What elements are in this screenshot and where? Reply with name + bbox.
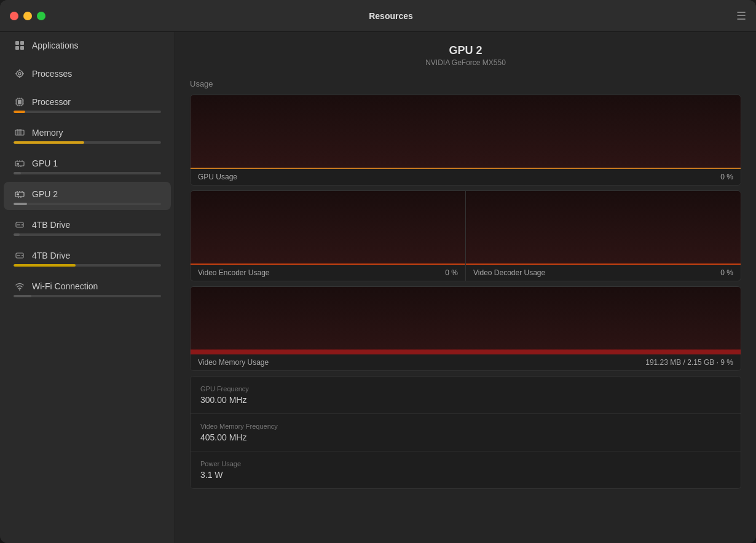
gpu-freq-row: GPU Frequency 300.00 MHz bbox=[191, 377, 741, 414]
svg-rect-1 bbox=[20, 41, 24, 45]
page-subtitle: NVIDIA GeForce MX550 bbox=[190, 58, 741, 67]
gpu2-label: GPU 2 bbox=[32, 189, 58, 199]
minimize-button[interactable] bbox=[23, 12, 32, 20]
processor-icon bbox=[14, 96, 26, 108]
wifi-icon bbox=[14, 280, 26, 292]
page-header: GPU 2 NVIDIA GeForce MX550 bbox=[190, 44, 741, 67]
wifi-progress-fill bbox=[14, 295, 31, 297]
sidebar-item-header: Wi-Fi Connection bbox=[14, 280, 161, 292]
grid-icon bbox=[14, 39, 26, 52]
video-encoder-value: 0 % bbox=[445, 268, 458, 277]
decoder-footer: Video Decoder Usage 0 % bbox=[465, 265, 741, 281]
video-encoder-label: Video Encoder Usage bbox=[198, 268, 270, 277]
encoder-decoder-footer: Video Encoder Usage 0 % Video Decoder Us… bbox=[191, 265, 741, 281]
sidebar: Applications bbox=[0, 32, 175, 543]
gpu-usage-chart bbox=[191, 95, 741, 169]
power-key: Power Usage bbox=[200, 460, 731, 467]
chart-bg bbox=[191, 191, 465, 265]
sidebar-item-header: Applications bbox=[14, 39, 161, 52]
processes-label: Processes bbox=[32, 69, 72, 79]
vmem-freq-row: Video Memory Frequency 405.00 MHz bbox=[191, 414, 741, 451]
processor-label: Processor bbox=[32, 97, 71, 107]
svg-rect-2 bbox=[15, 46, 19, 50]
gpu2-progress-fill bbox=[14, 203, 27, 205]
encoder-baseline bbox=[191, 264, 465, 265]
sidebar-item-wifi[interactable]: Wi-Fi Connection bbox=[4, 274, 171, 302]
sidebar-item-processes[interactable]: Processes bbox=[4, 61, 171, 87]
4tb2-label: 4TB Drive bbox=[32, 251, 70, 260]
gpu2-progress-bg bbox=[14, 203, 161, 205]
gpu-icon bbox=[14, 188, 26, 200]
vmem-label: Video Memory Usage bbox=[198, 358, 269, 367]
video-decoder-value: 0 % bbox=[720, 268, 733, 277]
decoder-baseline bbox=[466, 264, 741, 265]
processes-icon bbox=[14, 68, 26, 80]
stats-card: GPU Frequency 300.00 MHz Video Memory Fr… bbox=[190, 376, 741, 489]
titlebar: Resources ☰ bbox=[0, 0, 756, 32]
vmem-usage-chart bbox=[191, 287, 741, 354]
svg-rect-32 bbox=[17, 163, 19, 165]
video-decoder-chart bbox=[465, 191, 741, 265]
svg-point-4 bbox=[17, 71, 23, 77]
sidebar-item-gpu2[interactable]: GPU 2 bbox=[4, 182, 171, 210]
drive-icon bbox=[14, 219, 26, 231]
gpu-freq-value: 300.00 MHz bbox=[200, 395, 731, 405]
sidebar-item-header: 4TB Drive bbox=[14, 219, 161, 231]
processor-progress-fill bbox=[14, 111, 25, 113]
svg-point-46 bbox=[22, 224, 23, 225]
gpu1-progress-fill bbox=[14, 172, 21, 174]
applications-label: Applications bbox=[32, 41, 79, 50]
sidebar-item-4tb1[interactable]: 4TB Drive bbox=[4, 213, 171, 241]
sidebar-item-header: Memory bbox=[14, 127, 161, 139]
sidebar-item-4tb2[interactable]: 4TB Drive bbox=[4, 243, 171, 272]
usage-section-label: Usage bbox=[190, 79, 741, 88]
chart-bg bbox=[466, 191, 741, 265]
chart-bg bbox=[191, 95, 741, 169]
power-row: Power Usage 3.1 W bbox=[191, 451, 741, 488]
sidebar-item-header: Processor bbox=[14, 96, 161, 108]
sidebar-item-header: GPU 1 bbox=[14, 157, 161, 170]
sidebar-item-header: 4TB Drive bbox=[14, 249, 161, 262]
svg-rect-0 bbox=[15, 41, 19, 45]
4tb1-label: 4TB Drive bbox=[32, 220, 70, 230]
gpu1-label: GPU 1 bbox=[32, 158, 58, 168]
svg-rect-3 bbox=[20, 46, 24, 50]
svg-rect-24 bbox=[15, 130, 24, 135]
chart-baseline-orange bbox=[191, 168, 741, 169]
vmem-freq-value: 405.00 MHz bbox=[200, 432, 731, 442]
memory-icon bbox=[14, 127, 26, 139]
gpu-usage-footer: GPU Usage 0 % bbox=[191, 169, 741, 185]
sidebar-item-applications[interactable]: Applications bbox=[4, 33, 171, 59]
encoder-footer: Video Encoder Usage 0 % bbox=[191, 265, 465, 281]
maximize-button[interactable] bbox=[37, 12, 45, 20]
app-title: Resources bbox=[45, 11, 736, 21]
page-title: GPU 2 bbox=[190, 44, 741, 57]
gpu-freq-key: GPU Frequency bbox=[200, 385, 731, 393]
svg-rect-39 bbox=[17, 193, 19, 195]
svg-rect-11 bbox=[18, 100, 22, 104]
vmem-value: 191.23 MB / 2.15 GB · 9 % bbox=[645, 358, 733, 367]
vmem-footer: Video Memory Usage 191.23 MB / 2.15 GB ·… bbox=[191, 354, 741, 370]
svg-point-51 bbox=[19, 289, 20, 291]
menu-icon[interactable]: ☰ bbox=[736, 9, 746, 23]
app-window: Resources ☰ Applications bbox=[0, 0, 756, 543]
close-button[interactable] bbox=[10, 12, 18, 20]
4tb2-progress-fill bbox=[14, 264, 76, 267]
drive-icon bbox=[14, 249, 26, 262]
gpu-usage-card: GPU Usage 0 % bbox=[190, 95, 741, 186]
svg-point-49 bbox=[22, 255, 23, 256]
video-decoder-label: Video Decoder Usage bbox=[473, 268, 545, 277]
sidebar-item-gpu1[interactable]: GPU 1 bbox=[4, 151, 171, 179]
gpu-icon bbox=[14, 157, 26, 170]
gpu-usage-label: GPU Usage bbox=[198, 173, 237, 181]
memory-progress-bg bbox=[14, 141, 161, 144]
vmem-usage-card: Video Memory Usage 191.23 MB / 2.15 GB ·… bbox=[190, 286, 741, 371]
content-area: GPU 2 NVIDIA GeForce MX550 Usage GPU Usa… bbox=[175, 32, 756, 543]
svg-point-5 bbox=[18, 72, 21, 75]
vmem-fill-bar bbox=[191, 350, 741, 354]
power-value: 3.1 W bbox=[200, 470, 731, 480]
sidebar-item-memory[interactable]: Memory bbox=[4, 120, 171, 149]
sidebar-item-processor[interactable]: Processor bbox=[4, 90, 171, 118]
memory-progress-fill bbox=[14, 141, 84, 144]
chart-bg bbox=[191, 287, 741, 354]
